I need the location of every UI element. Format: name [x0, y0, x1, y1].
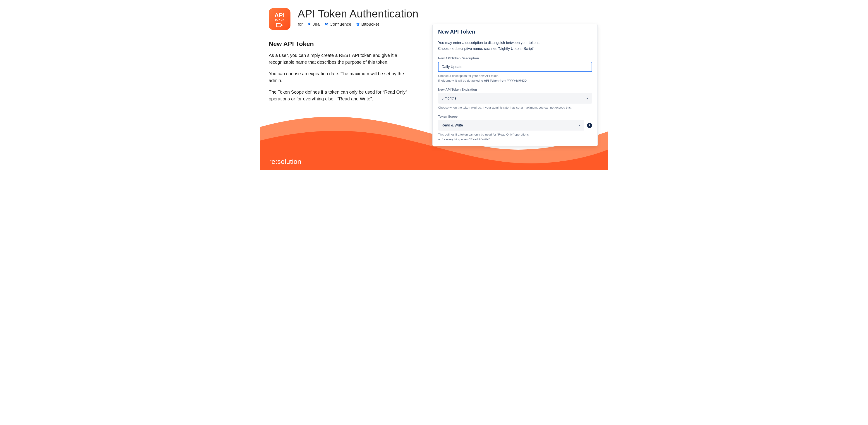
new-api-token-panel: New API Token You may enter a descriptio… [432, 24, 598, 146]
tag-icon [276, 23, 283, 28]
expiration-value: 5 months [441, 96, 457, 101]
expiration-hint: Choose when the token expires. If your a… [438, 105, 592, 110]
logo-line-1: API [275, 12, 285, 18]
product-bitbucket-label: Bitbucket [361, 22, 379, 27]
left-paragraph-2: You can choose an expiration date. The m… [269, 70, 414, 84]
panel-title: New API Token [438, 29, 592, 35]
scope-value: Read & Write [441, 123, 463, 128]
left-heading: New API Token [269, 40, 414, 48]
left-paragraph-1: As a user, you can simply create a REST … [269, 52, 414, 65]
description-label: New API Token Description [438, 56, 592, 60]
svg-rect-1 [358, 24, 359, 25]
description-hint: Choose a description for your new API to… [438, 74, 592, 83]
confluence-icon [324, 22, 328, 26]
svg-point-0 [281, 25, 282, 26]
expiration-select[interactable]: 5 months [438, 93, 592, 104]
expiration-label: New API Token Expiration [438, 88, 592, 91]
info-icon[interactable]: i [587, 123, 592, 128]
description-input[interactable] [438, 62, 592, 72]
page-title: API Token Authentication [298, 8, 418, 20]
left-paragraph-3: The Token Scope defines if a token can o… [269, 89, 414, 102]
bitbucket-icon [356, 22, 360, 26]
panel-intro: You may enter a description to distingui… [438, 40, 592, 52]
scope-label: Token Scope [438, 115, 592, 118]
product-jira: Jira [307, 22, 320, 27]
brand-logo-text: re:solution [269, 158, 301, 166]
scope-select[interactable]: Read & Write [438, 120, 584, 131]
product-jira-label: Jira [313, 22, 320, 27]
product-bitbucket: Bitbucket [356, 22, 379, 27]
scope-hint: This defines if a token can only be used… [438, 132, 592, 142]
left-description: New API Token As a user, you can simply … [269, 40, 414, 108]
app-logo: API TOKEN [269, 8, 290, 30]
product-confluence-label: Confluence [330, 22, 351, 27]
logo-line-2: TOKEN [275, 19, 285, 21]
jira-icon [307, 22, 311, 26]
products-row: for Jira Confluence [298, 22, 418, 27]
product-confluence: Confluence [324, 22, 351, 27]
for-label: for [298, 22, 303, 27]
